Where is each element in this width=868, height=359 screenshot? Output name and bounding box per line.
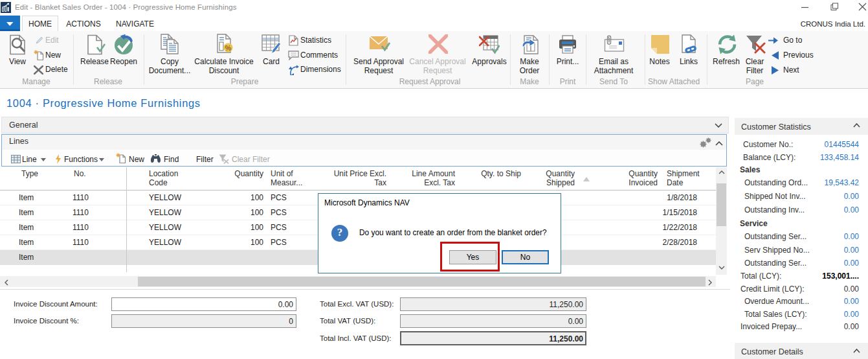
svg-text:%: %: [225, 44, 232, 52]
